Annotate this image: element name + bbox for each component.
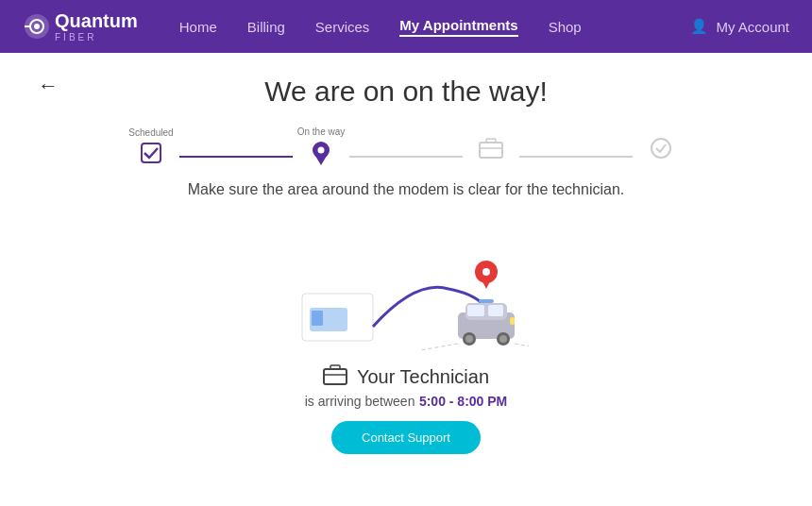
- step-on-the-way: On the way: [293, 126, 349, 170]
- logo-icon: [23, 12, 51, 41]
- logo-fiber: FIBER: [55, 32, 138, 42]
- seg-1: [179, 156, 293, 158]
- illustration: [38, 204, 774, 355]
- tech-title-text: Your Technician: [357, 366, 489, 388]
- main-content: ← We are on on the way! Scheduled On the…: [0, 53, 812, 506]
- account-icon: 👤: [690, 18, 708, 35]
- account-menu[interactable]: 👤 My Account: [690, 18, 789, 35]
- step-complete-icon: [650, 137, 672, 164]
- svg-rect-8: [480, 143, 502, 158]
- svg-rect-9: [486, 139, 496, 143]
- step-onway-label: On the way: [297, 126, 346, 137]
- nav-shop[interactable]: Shop: [549, 19, 582, 35]
- nav-my-appointments[interactable]: My Appointments: [399, 17, 517, 37]
- svg-rect-19: [488, 305, 503, 316]
- svg-point-7: [318, 147, 325, 154]
- svg-rect-31: [324, 369, 347, 384]
- svg-marker-27: [480, 276, 493, 289]
- step-service-icon: [479, 138, 503, 163]
- progress-steps: Scheduled On the way: [123, 126, 689, 170]
- svg-point-23: [499, 335, 507, 343]
- svg-line-30: [515, 344, 529, 350]
- svg-point-11: [651, 139, 670, 158]
- nav-billing[interactable]: Billing: [247, 19, 285, 35]
- svg-point-21: [465, 335, 473, 343]
- svg-rect-18: [467, 305, 484, 316]
- arrival-time: 5:00 - 8:00 PM: [419, 394, 507, 409]
- account-label: My Account: [716, 19, 789, 35]
- step-service: [463, 134, 519, 163]
- svg-point-2: [34, 24, 40, 29]
- step-scheduled-label: Scheduled: [128, 127, 173, 138]
- logo: Quantum FIBER: [23, 10, 138, 42]
- step-scheduled-icon: [140, 142, 162, 170]
- svg-rect-25: [479, 299, 494, 303]
- svg-rect-32: [330, 365, 340, 369]
- step-onway-icon: [312, 141, 330, 170]
- svg-rect-24: [510, 317, 515, 325]
- seg-2: [349, 156, 463, 158]
- seg-3: [519, 156, 633, 158]
- svg-marker-6: [315, 156, 327, 165]
- tech-title-row: Your Technician: [38, 364, 774, 389]
- logo-text: Quantum: [55, 10, 138, 32]
- contact-support-button[interactable]: Contact Support: [331, 421, 481, 454]
- nav-home[interactable]: Home: [179, 19, 217, 35]
- tech-icon: [323, 364, 347, 389]
- svg-rect-15: [312, 311, 323, 326]
- page-title: We are on on the way!: [38, 76, 774, 108]
- navigation: Quantum FIBER Home Billing Services My A…: [0, 0, 812, 53]
- svg-line-29: [420, 344, 458, 350]
- page-subtitle: Make sure the area around the modem is c…: [38, 181, 774, 198]
- nav-services[interactable]: Services: [315, 19, 370, 35]
- tracking-illustration: [283, 204, 529, 355]
- arrival-info: is arriving between 5:00 - 8:00 PM: [38, 393, 774, 410]
- step-scheduled: Scheduled: [123, 127, 179, 170]
- arrival-prefix: is arriving between: [305, 394, 415, 409]
- back-button[interactable]: ←: [38, 74, 59, 98]
- technician-info: Your Technician is arriving between 5:00…: [38, 364, 774, 410]
- step-complete: [633, 133, 689, 164]
- svg-point-28: [482, 268, 490, 276]
